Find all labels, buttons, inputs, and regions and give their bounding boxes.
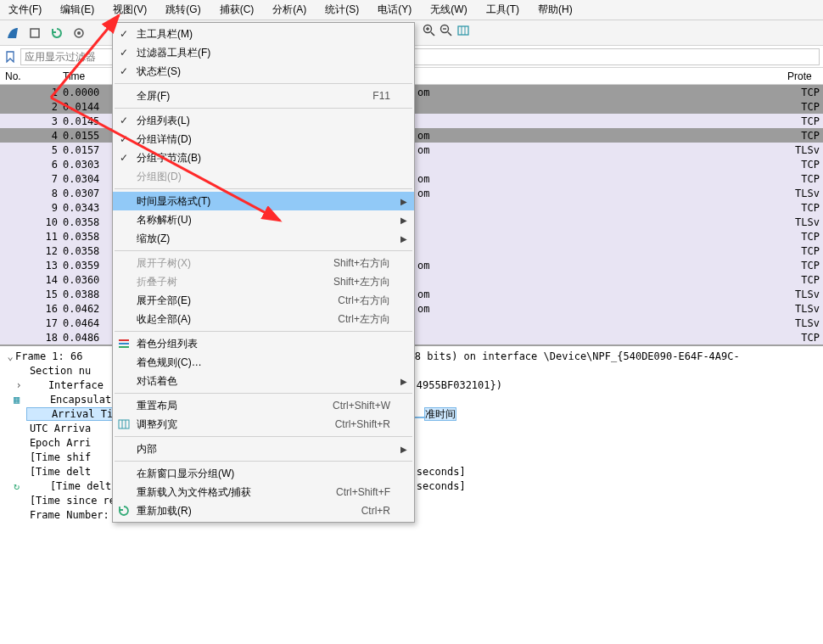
separator (115, 250, 412, 251)
cell-no: 14 (0, 274, 63, 286)
cell-no: 12 (0, 245, 63, 257)
caret-down-icon[interactable]: ⌄ (5, 350, 15, 364)
menu-wireless[interactable]: 无线(W) (427, 1, 470, 19)
interface-id[interactable]: Interface (24, 379, 109, 391)
menu-show-packet-new-window[interactable]: 在新窗口显示分组(W) (113, 464, 414, 483)
utc-arrival[interactable]: UTC Arriva (5, 423, 91, 434)
menu-coloring-rules[interactable]: 着色规则(C)… (113, 353, 414, 372)
resize-columns-icon[interactable] (456, 24, 470, 40)
cell-no: 9 (0, 202, 63, 214)
menu-colorize-conversation[interactable]: 对话着色▶ (113, 372, 414, 390)
encapsulation-icon: ▦ (14, 393, 25, 407)
check-icon: ✓ (118, 47, 130, 59)
menu-packet-bytes[interactable]: ✓分组字节流(B) (113, 148, 414, 167)
cell-protocol: TLSv (795, 144, 820, 156)
stop-icon[interactable] (25, 24, 44, 42)
menu-help[interactable]: 帮助(H) (535, 1, 576, 19)
menu-main-toolbar[interactable]: ✓主工具栏(M) (113, 25, 414, 43)
options-icon[interactable] (70, 24, 88, 42)
frame-summary[interactable]: Frame 1: 66 (15, 350, 89, 362)
menu-goto[interactable]: 跳转(G) (162, 1, 204, 19)
reload-inline-icon: ↻ (14, 479, 25, 494)
arrival-time[interactable]: Arrival Ti (27, 408, 113, 420)
menu-time-display-format[interactable]: 时间显示格式(T)▶ (113, 192, 414, 210)
zoom-out-icon[interactable] (439, 24, 453, 40)
separator (115, 188, 412, 189)
menu-resize-columns[interactable]: 调整列宽Ctrl+Shift+R (113, 415, 414, 434)
frame-summary-tail: d (528 bits) on interface \Device\NPF_{5… (384, 350, 740, 362)
menu-analyze[interactable]: 分析(A) (269, 1, 310, 19)
cell-protocol: TCP (801, 260, 820, 272)
section-number[interactable]: Section nu (5, 365, 91, 377)
epoch-arrival[interactable]: Epoch Arri (5, 437, 91, 449)
menu-name-resolution[interactable]: 名称解析(U)▶ (113, 210, 414, 229)
menu-edit[interactable]: 编辑(E) (57, 1, 98, 19)
menu-collapse-all[interactable]: 收起全部(A)Ctrl+左方向 (113, 310, 414, 328)
shortcut-label: F11 (372, 90, 390, 102)
menu-reload[interactable]: 重新加载(R)Ctrl+R (113, 501, 414, 520)
cell-no: 1 (0, 87, 63, 98)
col-header-no[interactable]: No. (0, 70, 63, 82)
cell-no: 11 (0, 231, 63, 243)
menu-reload-as-file-format[interactable]: 重新载入为文件格式/捕获Ctrl+Shift+F (113, 483, 414, 501)
time-delta-1[interactable]: [Time delt (5, 466, 91, 478)
cell-no: 2 (0, 101, 63, 113)
menu-packet-diagram: 分组图(D) (113, 167, 414, 186)
bookmark-icon[interactable] (3, 50, 17, 64)
cell-protocol: TCP (801, 115, 820, 127)
menu-reset-layout[interactable]: 重置布局Ctrl+Shift+W (113, 396, 414, 415)
menu-fullscreen[interactable]: 全屏(F)F11 (113, 87, 414, 105)
check-icon: ✓ (118, 152, 130, 164)
cell-protocol: TLSv (795, 303, 820, 315)
time-shift[interactable]: [Time shif (5, 451, 91, 463)
cell-dest-fragment: om (417, 173, 429, 185)
cell-no: 13 (0, 260, 63, 272)
caret-right-icon[interactable]: › (14, 378, 24, 393)
cell-no: 5 (0, 144, 63, 156)
svg-rect-16 (119, 420, 129, 428)
cell-no: 4 (0, 130, 63, 142)
cell-dest-fragment: om (417, 303, 429, 315)
menu-statistics[interactable]: 统计(S) (322, 1, 362, 19)
svg-rect-0 (31, 29, 39, 37)
cell-protocol: TCP (801, 87, 820, 98)
menu-collapse-subtree: 折叠子树Shift+左方向 (113, 272, 414, 291)
cell-no: 6 (0, 159, 63, 171)
shortcut-label: Ctrl+右方向 (338, 294, 390, 308)
menu-internals[interactable]: 内部▶ (113, 440, 414, 458)
menu-status-bar[interactable]: ✓状态栏(S) (113, 62, 414, 81)
separator (115, 461, 412, 462)
submenu-arrow-icon: ▶ (400, 445, 407, 454)
shortcut-label: Ctrl+左方向 (338, 312, 390, 327)
cell-protocol: TCP (801, 159, 820, 171)
menu-packet-details[interactable]: ✓分组详情(D) (113, 130, 414, 148)
menu-view[interactable]: 视图(V) (109, 1, 150, 19)
zoom-in-icon[interactable] (423, 24, 436, 40)
separator (115, 436, 412, 437)
col-header-protocol[interactable]: Prote (787, 70, 821, 82)
menu-zoom[interactable]: 缩放(Z)▶ (113, 229, 414, 248)
cell-dest-fragment: om (417, 130, 429, 142)
time-delta-2[interactable]: [Time delt (25, 480, 111, 492)
menu-tools[interactable]: 工具(T) (483, 1, 523, 19)
cell-dest-fragment: om (417, 188, 429, 199)
cell-protocol: TLSv (795, 216, 820, 228)
encapsulation[interactable]: Encapsulat (25, 394, 111, 406)
cell-no: 16 (0, 303, 63, 315)
toolbar-right (423, 24, 470, 40)
restart-icon[interactable] (48, 24, 66, 42)
shark-fin-icon[interactable] (3, 24, 22, 42)
menu-colorize-packet-list[interactable]: 着色分组列表 (113, 334, 414, 353)
menu-capture[interactable]: 捕获(C) (216, 1, 258, 19)
svg-rect-14 (119, 343, 129, 344)
menu-expand-subtree: 展开子树(X)Shift+右方向 (113, 254, 414, 272)
menu-filter-toolbar[interactable]: ✓过滤器工具栏(F) (113, 43, 414, 62)
cell-no: 15 (0, 288, 63, 300)
menu-file[interactable]: 文件(F) (5, 1, 45, 19)
menu-packet-list[interactable]: ✓分组列表(L) (113, 111, 414, 130)
menu-expand-all[interactable]: 展开全部(E)Ctrl+右方向 (113, 291, 414, 310)
cell-protocol: TLSv (795, 288, 820, 300)
frame-number[interactable]: Frame Number: 1 (5, 509, 121, 521)
menu-telephony[interactable]: 电话(Y) (374, 1, 415, 19)
cell-no: 7 (0, 173, 63, 185)
